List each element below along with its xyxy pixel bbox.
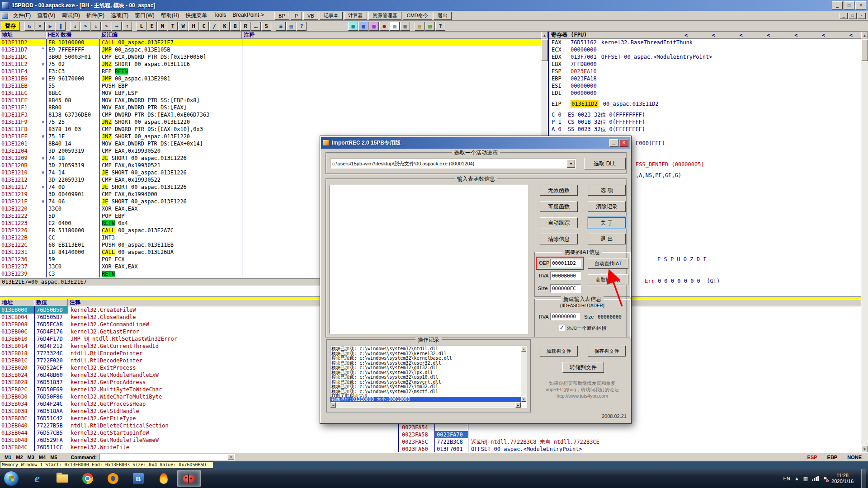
toolbar-button[interactable]: × — [35, 22, 45, 31]
window-minimize-button[interactable]: _ — [832, 1, 843, 9]
taskbar-item-flame-app[interactable] — [152, 470, 175, 487]
log-entry[interactable]: 模块已加载: c:\windows\system32\kernelbase.dl… — [330, 356, 521, 361]
auto-trace-button[interactable]: 自动跟踪 — [540, 217, 578, 228]
action-center-icon[interactable]: ▥ — [803, 476, 808, 481]
add-section-checkbox[interactable]: ✓ — [559, 325, 565, 331]
register-row[interactable]: ESP 0023FA10 — [549, 68, 861, 75]
log-entry-selected[interactable]: 镜像基址:013E0000 大小:0001B000 — [330, 397, 521, 402]
menu-quick-button[interactable]: 资源管理器 — [368, 12, 401, 20]
toolbar-button[interactable]: M — [157, 22, 167, 31]
toolbar-button[interactable]: ▤ — [415, 22, 425, 31]
menu-item[interactable]: 选项(T) — [108, 11, 132, 20]
show-invalid-button[interactable]: 无效函数 — [540, 185, 578, 196]
toolbar-button[interactable]: L — [137, 22, 146, 31]
disasm-row[interactable]: 013E11E4 F3:C3 REP RETN — [0, 68, 541, 75]
toolbar-button[interactable] — [20, 22, 24, 31]
options-button[interactable]: 选 项 — [588, 185, 626, 196]
language-indicator[interactable]: EN — [783, 476, 790, 481]
log-entry[interactable]: 模块已加载: c:\windows\system32\gdi32.dll — [330, 366, 521, 371]
mdi-minimize-button[interactable]: _ — [840, 13, 848, 19]
disasm-header-address[interactable]: 地址 — [0, 32, 46, 39]
toolbar-button[interactable]: ▤ — [286, 22, 296, 31]
disasm-row[interactable]: 013E11E2 v 75 02 JNZ SHORT 00_aspac.013E… — [0, 61, 541, 68]
disasm-header-comment[interactable]: 注释 — [242, 32, 541, 39]
pick-dll-button[interactable]: 选取 DLL — [584, 158, 626, 169]
disasm-row[interactable]: 013E11EB 55 PUSH EBP — [0, 82, 541, 89]
toolbar-button[interactable]: ↷ — [80, 22, 90, 31]
menu-item[interactable]: 查看(V) — [34, 11, 58, 20]
disasm-row[interactable]: 013E11DC 3B0D 50003F01 CMP ECX,DWORD PTR… — [0, 53, 541, 61]
scroll-up-icon[interactable]: ▲ — [541, 32, 548, 38]
chevron-down-icon[interactable]: ▼ — [567, 160, 575, 168]
disasm-row[interactable]: 013E11EE 8B45 08 MOV EAX,DWORD PTR SS:[E… — [0, 97, 541, 104]
toolbar-button[interactable]: ∥ — [56, 22, 66, 31]
menu-quick-button[interactable]: CMD命令 — [403, 12, 432, 20]
network-icon[interactable] — [812, 476, 819, 481]
disasm-row[interactable]: 013E11EC 8BEC MOV EBP,ESP — [0, 89, 541, 97]
mdi-close-button[interactable]: × — [858, 13, 866, 19]
memory-window-tab[interactable]: M2 — [16, 455, 23, 460]
stack-row[interactable]: 0023FA54 — [399, 424, 861, 431]
command-input[interactable]: ▼ — [99, 454, 235, 460]
show-suspect-button[interactable]: 可疑函数 — [540, 201, 578, 212]
stack-row[interactable]: 0023FA60 013F7001 OFFSET 00_aspac.<Modul… — [399, 446, 861, 452]
toolbar-button[interactable]: 暂存 — [1, 22, 20, 31]
toolbar-button[interactable]: T — [168, 22, 178, 31]
toolbar-button[interactable]: ▤ — [425, 22, 435, 31]
dump-row[interactable]: 013EB048 76D529FA kernel32.GetModuleFile… — [0, 436, 398, 444]
register-row[interactable]: EAX 76D51162 kernel32.BaseThreadInitThun… — [549, 39, 861, 46]
memory-window-tab[interactable]: M3 — [28, 455, 34, 460]
disasm-row[interactable]: 013E11F1 8B00 MOV EAX,DWORD PTR DS:[EAX] — [0, 104, 541, 111]
toolbar-button[interactable] — [66, 22, 70, 31]
taskbar-item-explorer[interactable] — [51, 470, 74, 487]
clear-imports-button[interactable]: 清除信息 — [540, 234, 578, 244]
rva-input[interactable] — [550, 272, 581, 280]
menu-item[interactable]: 插件(P) — [83, 11, 108, 20]
toolbar-button[interactable]: ● — [379, 22, 389, 31]
toolbar-button[interactable]: ? — [435, 22, 445, 31]
toolbar-button[interactable]: ↓ — [70, 22, 80, 31]
register-row[interactable]: EBP 0023FA18 — [549, 75, 861, 82]
taskbar-item-ie[interactable]: e — [25, 470, 49, 487]
toolbar-button[interactable] — [132, 22, 136, 31]
taskbar-item-b-app[interactable]: B — [127, 470, 150, 487]
start-button[interactable] — [4, 471, 19, 486]
oep-input[interactable] — [550, 259, 581, 267]
toolbar-button[interactable]: K — [220, 22, 230, 31]
register-row[interactable]: EBX 7FFD8000 — [549, 61, 861, 68]
clear-log-button[interactable]: 清除记录 — [588, 201, 626, 212]
toolbar-button[interactable]: E — [147, 22, 157, 31]
dump-to-file-button[interactable]: 转储到文件 — [562, 362, 604, 373]
toolbar-button[interactable]: … — [251, 22, 261, 31]
menu-item[interactable]: BreakPoint-> — [229, 11, 267, 20]
register-row[interactable]: ESI 00000000 — [549, 82, 861, 89]
window-close-button[interactable]: × — [855, 1, 866, 9]
iat-autosearch-button[interactable]: 自动查找IAT — [588, 258, 628, 269]
toolbar-button[interactable] — [307, 22, 348, 31]
register-row[interactable]: EDX 013F7001 OFFSET 00_aspac.<ModuleEntr… — [549, 53, 861, 61]
window-maximize-button[interactable]: □ — [844, 1, 854, 9]
about-button[interactable]: 关 于 — [588, 217, 626, 228]
toolbar-button[interactable]: S — [261, 22, 271, 31]
log-entry[interactable]: 模块已加载: c:\windows\system32\usp10.dll — [330, 375, 521, 380]
disasm-header-hex[interactable]: HEX 数据 — [46, 32, 99, 39]
menu-quick-button[interactable]: 退出 — [434, 12, 452, 20]
new-rva-input[interactable] — [550, 313, 580, 320]
scroll-thumb[interactable] — [541, 39, 548, 61]
log-hscrollbar[interactable]: ◀▶ — [330, 402, 521, 408]
toolbar-button[interactable]: ▶ — [45, 22, 55, 31]
load-tree-button[interactable]: 加载树文件 — [540, 346, 578, 357]
toolbar-button[interactable]: B — [230, 22, 240, 31]
dialog-close-button[interactable]: × — [619, 139, 628, 147]
disasm-header-asm[interactable]: 反汇编 — [99, 32, 242, 39]
stack-row[interactable]: 0023FA5C 7722B3C8 返回到 ntdll.7722B3C8 来自 … — [399, 438, 861, 446]
dump-row[interactable]: 013EB04C 76D511CC kernel32.WriteFile — [0, 444, 398, 451]
dump-header-address[interactable]: 地址 — [0, 299, 34, 306]
flag-notification-icon[interactable]: ⚑ — [823, 476, 827, 481]
menu-item[interactable]: Tools — [210, 11, 229, 20]
disasm-row[interactable]: 013E11F3 8138 63736DE0 CMP DWORD PTR DS:… — [0, 111, 541, 118]
disasm-row[interactable]: 013E11E6 v E9 96170000 JMP 00_aspac.013E… — [0, 75, 541, 82]
toolbar-button[interactable]: ≡ — [276, 22, 286, 31]
memory-window-tab[interactable]: M1 — [5, 455, 11, 460]
stack-row[interactable]: 0023FA58 0023FA70 — [399, 431, 861, 438]
